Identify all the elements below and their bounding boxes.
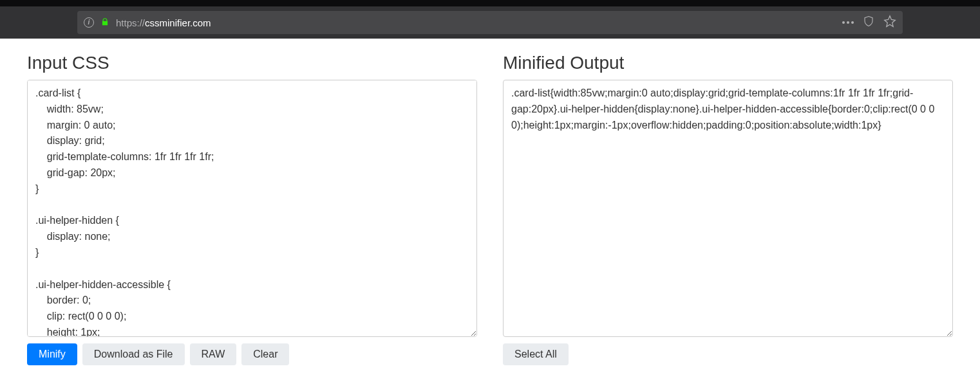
input-button-row: Minify Download as File RAW Clear [27, 343, 477, 365]
minify-button[interactable]: Minify [27, 343, 77, 365]
input-css-textarea[interactable] [27, 80, 477, 337]
url-field[interactable]: i https://cssminifier.com [77, 11, 903, 34]
output-css-textarea[interactable] [503, 80, 953, 337]
select-all-button[interactable]: Select All [503, 343, 569, 365]
info-icon[interactable]: i [84, 17, 94, 28]
page-actions-icon[interactable] [842, 21, 854, 24]
output-column: Minified Output Select All [503, 53, 953, 365]
bookmark-star-icon[interactable] [883, 15, 896, 30]
download-button[interactable]: Download as File [82, 343, 185, 365]
lock-icon [100, 17, 109, 28]
input-heading: Input CSS [27, 53, 477, 73]
shield-icon[interactable] [863, 15, 874, 30]
input-column: Input CSS Minify Download as File RAW Cl… [27, 53, 477, 365]
window-chrome [0, 0, 980, 6]
url-text: https://cssminifier.com [116, 17, 211, 28]
clear-button[interactable]: Clear [241, 343, 289, 365]
output-heading: Minified Output [503, 53, 953, 73]
output-button-row: Select All [503, 343, 953, 365]
raw-button[interactable]: RAW [190, 343, 237, 365]
main-content: Input CSS Minify Download as File RAW Cl… [0, 39, 980, 365]
address-bar: i https://cssminifier.com [0, 6, 980, 39]
